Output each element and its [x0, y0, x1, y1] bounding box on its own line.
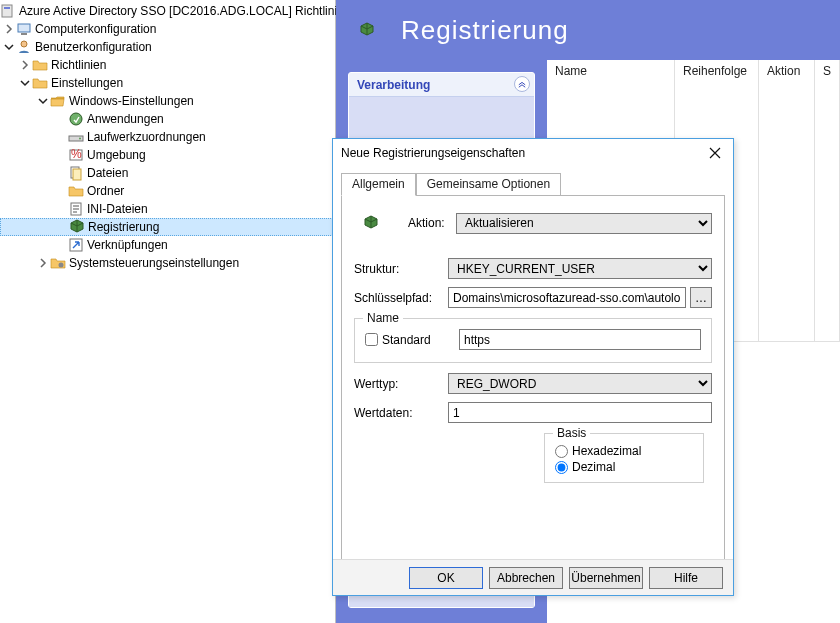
- svg-rect-1: [4, 7, 10, 9]
- radio-text: Dezimal: [572, 460, 615, 474]
- tree-item-drivemaps[interactable]: Laufwerkzuordnungen: [0, 128, 335, 146]
- radio-hex[interactable]: [555, 445, 568, 458]
- svg-rect-11: [73, 169, 81, 180]
- files-icon: [68, 165, 84, 181]
- tabstrip: Allgemein Gemeinsame Optionen: [341, 173, 725, 196]
- cancel-button[interactable]: Abbrechen: [489, 567, 563, 589]
- default-checkbox[interactable]: [365, 333, 378, 346]
- label-value-type: Werttyp:: [354, 377, 448, 391]
- tree-label: Windows-Einstellungen: [69, 92, 194, 110]
- tree-label: Richtlinien: [51, 56, 106, 74]
- ok-button[interactable]: OK: [409, 567, 483, 589]
- tree-item-ini[interactable]: INI-Dateien: [0, 200, 335, 218]
- label-hive: Struktur:: [354, 262, 448, 276]
- folder-icon: [68, 183, 84, 199]
- group-base-label: Basis: [553, 426, 590, 440]
- tree-item-shortcuts[interactable]: Verknüpfungen: [0, 236, 335, 254]
- help-button[interactable]: Hilfe: [649, 567, 723, 589]
- col-action[interactable]: Aktion: [759, 60, 815, 341]
- side-task-title: Verarbeitung: [357, 78, 430, 92]
- group-base: Basis Hexadezimal Dezimal: [544, 433, 704, 483]
- col-next[interactable]: S: [815, 60, 840, 341]
- chevron-down-icon[interactable]: [2, 40, 16, 54]
- action-select[interactable]: Aktualisieren: [456, 213, 712, 234]
- shortcut-icon: [68, 237, 84, 253]
- dialog-titlebar[interactable]: Neue Registrierungseigenschaften: [333, 139, 733, 167]
- radio-text: Hexadezimal: [572, 444, 641, 458]
- computer-icon: [16, 21, 32, 37]
- collapse-icon[interactable]: [514, 76, 530, 92]
- tree-label: Computerkonfiguration: [35, 20, 156, 38]
- tree-control-panel-settings[interactable]: Systemsteuerungseinstellungen: [0, 254, 335, 272]
- apply-button[interactable]: Übernehmen: [569, 567, 643, 589]
- radio-dec-label[interactable]: Dezimal: [555, 460, 693, 474]
- folder-icon: [32, 75, 48, 91]
- tree-root[interactable]: Azure Active Directory SSO [DC2016.ADG.L…: [0, 2, 335, 20]
- tabpage-general: Aktion: Aktualisieren Struktur: HKEY_CUR…: [341, 195, 725, 561]
- user-icon: [16, 39, 32, 55]
- tree-label: INI-Dateien: [87, 200, 148, 218]
- svg-rect-2: [18, 24, 30, 32]
- svg-rect-3: [21, 33, 27, 35]
- policy-icon: [0, 3, 16, 19]
- radio-hex-label[interactable]: Hexadezimal: [555, 444, 693, 458]
- dialog-title: Neue Registrierungseigenschaften: [341, 146, 525, 160]
- environment-icon: %: [68, 147, 84, 163]
- value-data-input[interactable]: [448, 402, 712, 423]
- group-name: Name Standard: [354, 318, 712, 363]
- svg-text:%: %: [71, 147, 82, 161]
- default-checkbox-label[interactable]: Standard: [365, 333, 459, 347]
- tree-item-environment[interactable]: % Umgebung: [0, 146, 335, 164]
- value-type-select[interactable]: REG_DWORD: [448, 373, 712, 394]
- tree-label: Benutzerkonfiguration: [35, 38, 152, 56]
- folder-icon: [32, 57, 48, 73]
- tree-pane: Azure Active Directory SSO [DC2016.ADG.L…: [0, 0, 336, 623]
- chevron-right-icon[interactable]: [2, 22, 16, 36]
- label-value-data: Wertdaten:: [354, 406, 448, 420]
- tree-label: Dateien: [87, 164, 128, 182]
- tree-policies[interactable]: Richtlinien: [0, 56, 335, 74]
- tab-general[interactable]: Allgemein: [341, 173, 416, 196]
- tree-root-label: Azure Active Directory SSO [DC2016.ADG.L…: [19, 2, 344, 20]
- tree-label: Laufwerkzuordnungen: [87, 128, 206, 146]
- page-header: Registrierung: [336, 0, 840, 60]
- registry-icon: [354, 206, 388, 240]
- close-button[interactable]: [705, 143, 725, 163]
- drive-icon: [68, 129, 84, 145]
- hive-select[interactable]: HKEY_CURRENT_USER: [448, 258, 712, 279]
- chevron-down-icon[interactable]: [36, 94, 50, 108]
- tree-item-applications[interactable]: Anwendungen: [0, 110, 335, 128]
- page-title: Registrierung: [401, 15, 569, 46]
- svg-rect-0: [2, 5, 12, 17]
- control-panel-icon: [50, 255, 66, 271]
- tree-label: Systemsteuerungseinstellungen: [69, 254, 239, 272]
- chevron-down-icon[interactable]: [18, 76, 32, 90]
- tree-item-files[interactable]: Dateien: [0, 164, 335, 182]
- chevron-right-icon[interactable]: [18, 58, 32, 72]
- group-name-label: Name: [363, 311, 403, 325]
- dialog-registry-properties: Neue Registrierungseigenschaften Allgeme…: [332, 138, 734, 596]
- tab-common-options[interactable]: Gemeinsame Optionen: [416, 173, 561, 196]
- tree-computer-config[interactable]: Computerkonfiguration: [0, 20, 335, 38]
- checkbox-text: Standard: [382, 333, 431, 347]
- value-name-input[interactable]: [459, 329, 701, 350]
- tree-label: Registrierung: [88, 218, 159, 236]
- tree-label: Anwendungen: [87, 110, 164, 128]
- registry-header-icon: [350, 13, 384, 47]
- tree-label: Umgebung: [87, 146, 146, 164]
- dialog-button-row: OK Abbrechen Übernehmen Hilfe: [333, 559, 733, 595]
- tree-windows-settings[interactable]: Windows-Einstellungen: [0, 92, 335, 110]
- svg-point-5: [70, 113, 82, 125]
- tree-label: Verknüpfungen: [87, 236, 168, 254]
- label-keypath: Schlüsselpfad:: [354, 291, 448, 305]
- registry-icon: [69, 219, 85, 235]
- folder-open-icon: [50, 93, 66, 109]
- tree-item-folders[interactable]: Ordner: [0, 182, 335, 200]
- tree-user-config[interactable]: Benutzerkonfiguration: [0, 38, 335, 56]
- tree-item-registry[interactable]: Registrierung: [0, 218, 335, 236]
- keypath-input[interactable]: [448, 287, 686, 308]
- browse-keypath-button[interactable]: …: [690, 287, 712, 308]
- chevron-right-icon[interactable]: [36, 256, 50, 270]
- tree-settings[interactable]: Einstellungen: [0, 74, 335, 92]
- radio-dec[interactable]: [555, 461, 568, 474]
